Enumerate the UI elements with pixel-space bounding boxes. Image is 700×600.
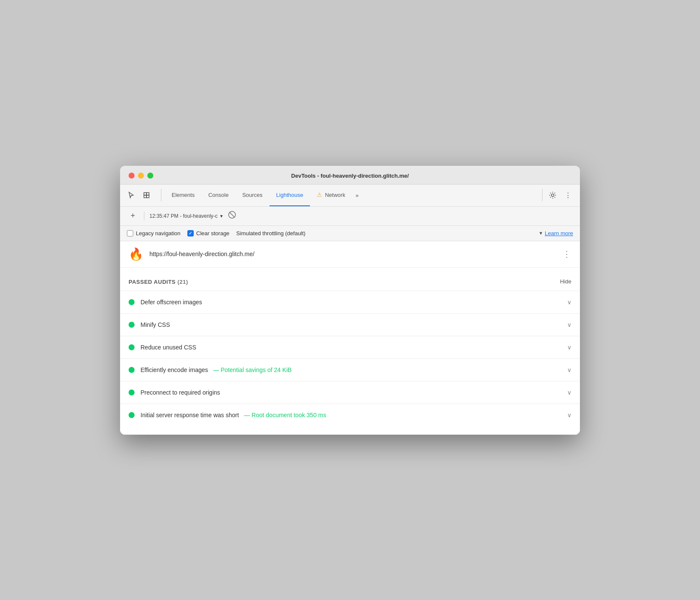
tab-divider: [161, 189, 161, 202]
audit-item-reduce-css[interactable]: Reduce unused CSS ∨: [120, 336, 580, 358]
add-recording-button[interactable]: +: [127, 210, 139, 222]
legacy-navigation-checkbox[interactable]: Legacy navigation: [127, 230, 181, 237]
tab-sources[interactable]: Sources: [235, 184, 270, 206]
audit-pass-indicator: [129, 412, 135, 418]
more-options-button[interactable]: ⋮: [561, 188, 575, 202]
tab-network[interactable]: ⚠ Network: [310, 184, 352, 206]
legacy-navigation-check: [127, 230, 133, 237]
clear-storage-label: Clear storage: [196, 230, 230, 237]
audit-pass-indicator: [129, 389, 135, 395]
svg-line-6: [230, 212, 235, 218]
tab-elements[interactable]: Elements: [165, 184, 201, 206]
audit-savings-text: — Potential savings of 24 KiB: [213, 366, 291, 373]
audit-pass-indicator: [129, 367, 135, 373]
audit-list: Defer offscreen images ∨ Minify CSS ∨ Re…: [120, 291, 580, 435]
tab-action-icons: [125, 189, 152, 201]
warning-icon: ⚠: [317, 191, 322, 198]
clear-storage-checkbox[interactable]: Clear storage: [187, 230, 230, 237]
dropdown-arrow-icon: ▾: [220, 213, 223, 219]
maximize-button[interactable]: [147, 173, 153, 179]
window-controls: [129, 173, 153, 179]
passed-audits-count: (21): [178, 279, 188, 285]
current-url: https://foul-heavenly-direction.glitch.m…: [149, 251, 557, 257]
audit-item-preconnect[interactable]: Preconnect to required origins ∨: [120, 381, 580, 404]
tab-lighthouse[interactable]: Lighthouse: [270, 184, 310, 206]
hide-button[interactable]: Hide: [560, 278, 571, 285]
block-button[interactable]: [228, 211, 236, 221]
window-title: DevTools - foul-heavenly-direction.glitc…: [291, 173, 409, 179]
more-tabs-button[interactable]: »: [352, 184, 362, 206]
chevron-down-icon: ∨: [567, 366, 571, 373]
timestamp-text: 12:35:47 PM - foul-heavenly-c: [149, 213, 218, 219]
chevron-down-icon: ∨: [567, 344, 571, 351]
clear-storage-check: [187, 230, 194, 237]
layers-icon[interactable]: [141, 189, 152, 201]
learn-more-link[interactable]: Learn more: [545, 230, 573, 237]
url-more-options-button[interactable]: ⋮: [562, 249, 571, 259]
legacy-navigation-label: Legacy navigation: [136, 230, 181, 237]
options-bar: Legacy navigation Clear storage Simulate…: [120, 226, 580, 241]
svg-rect-0: [144, 193, 146, 195]
audit-savings-text: — Root document took 350 ms: [244, 412, 326, 418]
tab-bar: Elements Console Sources Lighthouse ⚠ Ne…: [120, 185, 580, 207]
svg-rect-1: [144, 195, 146, 198]
minimize-button[interactable]: [138, 173, 144, 179]
passed-audits-title-group: PASSED AUDITS (21): [129, 278, 188, 286]
audit-item-minify-css[interactable]: Minify CSS ∨: [120, 313, 580, 336]
close-button[interactable]: [129, 173, 135, 179]
audit-pass-indicator: [129, 322, 135, 328]
chevron-down-icon: ∨: [567, 299, 571, 306]
audit-pass-indicator: [129, 344, 135, 350]
audit-title: Initial server response time was short —…: [141, 412, 561, 418]
passed-audits-title: PASSED AUDITS (21): [129, 279, 188, 285]
toolbar-divider: [542, 189, 542, 202]
passed-audits-header: PASSED AUDITS (21) Hide: [120, 268, 580, 291]
main-content: 🔥 https://foul-heavenly-direction.glitch…: [120, 241, 580, 435]
svg-rect-3: [146, 195, 149, 198]
audit-title: Defer offscreen images: [141, 299, 561, 306]
sub-toolbar-divider: [144, 212, 144, 220]
audit-title: Minify CSS: [141, 321, 561, 328]
audit-item-server-response[interactable]: Initial server response time was short —…: [120, 404, 580, 426]
settings-button[interactable]: [546, 188, 559, 202]
svg-rect-2: [146, 193, 149, 195]
chevron-down-icon: ∨: [567, 412, 571, 418]
title-bar: DevTools - foul-heavenly-direction.glitc…: [120, 166, 580, 185]
throttling-dropdown-icon[interactable]: ▼: [539, 231, 543, 236]
audit-pass-indicator: [129, 299, 135, 305]
tab-console[interactable]: Console: [201, 184, 235, 206]
audit-item-efficiently-encode[interactable]: Efficiently encode images — Potential sa…: [120, 358, 580, 381]
toolbar-icons: ⋮: [546, 188, 575, 202]
url-bar: 🔥 https://foul-heavenly-direction.glitch…: [120, 241, 580, 268]
timestamp-dropdown[interactable]: 12:35:47 PM - foul-heavenly-c ▾: [149, 213, 223, 219]
chevron-down-icon: ∨: [567, 389, 571, 396]
chevron-down-icon: ∨: [567, 321, 571, 328]
more-vert-icon: ⋮: [565, 191, 571, 199]
learn-more-section: ▼ Learn more: [539, 230, 573, 237]
cursor-icon[interactable]: [125, 189, 137, 201]
devtools-window: DevTools - foul-heavenly-direction.glitc…: [120, 166, 580, 435]
sub-toolbar: + 12:35:47 PM - foul-heavenly-c ▾: [120, 207, 580, 226]
lighthouse-logo-icon: 🔥: [129, 247, 143, 261]
audit-title: Reduce unused CSS: [141, 344, 561, 351]
audit-item-defer-offscreen[interactable]: Defer offscreen images ∨: [120, 291, 580, 313]
audit-title: Efficiently encode images — Potential sa…: [141, 366, 561, 373]
audit-title: Preconnect to required origins: [141, 389, 561, 396]
svg-point-4: [551, 194, 554, 196]
throttling-label: Simulated throttling (default): [236, 230, 306, 237]
